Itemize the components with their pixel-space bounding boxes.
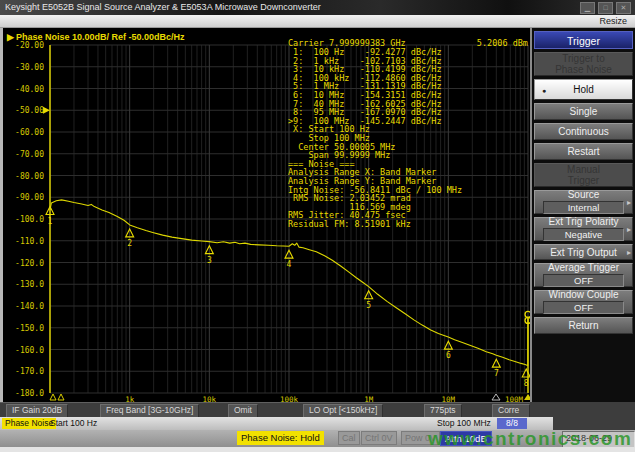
watermark-text: www.cntronics.com [428, 428, 632, 450]
marker-6-label: 6 [446, 351, 451, 360]
menu-button-single[interactable]: Single [534, 103, 633, 120]
x-axis-label: 1M [364, 395, 374, 402]
window-title: Keysight E5052B Signal Source Analyzer &… [5, 2, 321, 12]
status-segment-lo-opt-150khz-: LO Opt [<150kHz] [303, 404, 383, 418]
menu-button-continuous[interactable]: Continuous [534, 123, 633, 140]
minimize-button[interactable]: ▁ [580, 2, 595, 14]
menu-button-ext-trig-output[interactable]: Ext Trig Output▸ [534, 244, 633, 260]
y-axis-label: -160.0 [0, 346, 44, 355]
status-segment-if-gain-20db: IF Gain 20dB [6, 404, 68, 418]
main-area: 123456781k10k100k1M10M100M -20.00-30.00-… [0, 28, 635, 402]
reference-level-arrow-icon [43, 107, 50, 114]
menu-button-return[interactable]: Return [534, 317, 633, 334]
menu-bar: Resize [0, 15, 635, 28]
start-frequency-label: Start 100 Hz [50, 418, 97, 429]
selected-bullet-icon: ● [542, 86, 546, 93]
menu-button-manual-trigger: Manual Trigger [534, 163, 633, 187]
carrier-power: 5.2006 dBm [477, 38, 528, 48]
x-axis-label: 1k [125, 395, 135, 402]
band-marker-boundary-icon [492, 394, 500, 400]
hardware-status-bar: IF Gain 20dBFreq Band [3G-10GHz]OmitLO O… [0, 402, 530, 417]
marker-2-label: 2 [127, 239, 132, 248]
marker-8-label: 8 [524, 379, 529, 388]
menu-button-trigger-to-phase-noise: Trigger to Phase Noise [534, 52, 633, 76]
ctrl-voltage-indicator: Ctrl 0V [361, 431, 397, 445]
application-window: Keysight E5052B Signal Source Analyzer &… [0, 0, 635, 452]
x-axis-label: 100k [280, 395, 299, 402]
cal-indicator: Cal [338, 431, 360, 445]
markers: 12345678 [46, 207, 530, 388]
trigger-state-badge: Phase Noise: Hold [237, 431, 324, 445]
y-axis-label: -70.00 [0, 150, 44, 159]
menu-button-label: Continuous [535, 126, 632, 137]
y-axis-label: -180.0 [0, 389, 44, 398]
close-button[interactable]: ✕ [616, 2, 631, 14]
y-axis-label: -140.0 [0, 302, 44, 311]
y-axis-label: -60.00 [0, 128, 44, 137]
band-marker-start-icon [58, 394, 64, 400]
y-axis-label: -90.00 [0, 193, 44, 202]
menu-button-label: Manual Trigger [535, 164, 632, 186]
phase-noise-graph: 123456781k10k100k1M10M100M -20.00-30.00-… [0, 28, 530, 402]
menu-button-value: Negative [543, 228, 624, 241]
menu-button-average-trigger[interactable]: Average TriggerOFF [534, 263, 633, 287]
status-segment-775pts: 775pts [424, 404, 462, 418]
trace-indicator-icon: ▶ [7, 32, 14, 42]
menu-button-label: Single [535, 106, 632, 117]
marker-3-label: 3 [207, 256, 212, 265]
menu-button-label: Ext Trig Output [535, 247, 632, 258]
submenu-arrow-icon: ▸ [627, 225, 631, 234]
y-axis-label: -150.0 [0, 324, 44, 333]
menu-button-window-couple[interactable]: Window CoupleOFF [534, 290, 633, 314]
menu-button-restart[interactable]: Restart [534, 143, 633, 160]
menu-button-stack: Trigger to Phase Noise●HoldSingleContinu… [532, 52, 635, 334]
y-axis-label: -110.0 [0, 237, 44, 246]
submenu-arrow-icon: ▸ [627, 198, 631, 207]
x-axis-label: 100M [505, 395, 524, 402]
menu-button-label: Restart [535, 146, 632, 157]
status-segment-corre-32: Corre 32 [492, 404, 530, 418]
y-axis-label: -40.00 [0, 85, 44, 94]
y-axis-label: -100.0 [0, 215, 44, 224]
menu-button-label: Trigger to Phase Noise [535, 53, 632, 75]
y-axis-label: -20.00 [0, 41, 44, 50]
marker-1-label: 1 [48, 217, 53, 226]
status-segment-omit: Omit [228, 404, 258, 418]
marker-7-label: 7 [494, 369, 499, 378]
menu-button-hold[interactable]: ●Hold [534, 79, 633, 100]
menu-button-value: OFF [543, 301, 624, 314]
window-controls: ▁ □ ✕ [580, 2, 631, 14]
submenu-arrow-icon: ▸ [627, 248, 631, 257]
x-axis-label: 10M [442, 395, 456, 402]
status-segment-freq-band-3g-10ghz-: Freq Band [3G-10GHz] [100, 404, 199, 418]
x-axis-label: 10k [203, 395, 217, 402]
window-left-border [0, 28, 3, 402]
marker-8-symbol[interactable] [522, 369, 530, 377]
menu-button-label: Source [535, 189, 632, 200]
window-title-bar: Keysight E5052B Signal Source Analyzer &… [0, 0, 635, 15]
band-marker-start-icon [50, 394, 56, 400]
menu-button-label: Window Couple [535, 289, 632, 300]
menu-button-ext-trig-polarity[interactable]: Ext Trig PolarityNegative▸ [534, 217, 633, 241]
y-axis-label: -30.00 [0, 63, 44, 72]
menu-button-source[interactable]: SourceInternal▸ [534, 190, 633, 214]
menu-button-label: Average Trigger [535, 262, 632, 273]
marker-4-label: 4 [287, 260, 292, 269]
mode-badge: Phase Noise [2, 418, 56, 429]
menu-button-value: Internal [543, 201, 624, 214]
marker-noise-readout: 1: 100 Hz -92.4277 dBc/Hz 2: 1 kHz -102.… [288, 48, 462, 228]
y-axis-label: -130.0 [0, 280, 44, 289]
y-axis-label: -50.00 [0, 106, 44, 115]
y-axis-label: -120.0 [0, 259, 44, 268]
resize-menu-item[interactable]: Resize [599, 15, 627, 28]
maximize-button[interactable]: □ [598, 2, 613, 14]
menu-button-label: Ext Trig Polarity [535, 216, 632, 227]
softkey-menu-panel: Trigger Trigger to Phase Noise●HoldSingl… [530, 28, 635, 402]
menu-button-label: Return [535, 320, 632, 331]
menu-header-trigger: Trigger [534, 31, 633, 49]
y-axis-label: -80.00 [0, 172, 44, 181]
menu-button-value: OFF [543, 274, 624, 287]
marker-5-label: 5 [366, 301, 371, 310]
y-axis-label: -170.0 [0, 367, 44, 376]
menu-button-label: Hold [535, 84, 632, 95]
